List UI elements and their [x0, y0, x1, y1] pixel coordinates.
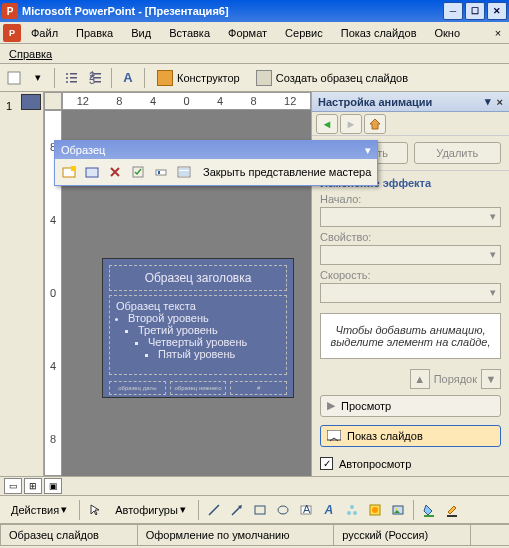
workarea: 1 128404812 84048 Образец заголовка Обра… — [0, 92, 509, 476]
wordart-tool-icon[interactable]: A — [319, 500, 339, 520]
doc-icon[interactable]: P — [3, 24, 21, 42]
pane-menu-icon[interactable]: ▾ — [485, 95, 491, 108]
menu-file[interactable]: Файл — [23, 24, 66, 42]
pane-nav: ◄ ► — [312, 112, 509, 136]
svg-point-5 — [66, 81, 68, 83]
designer-button[interactable]: Конструктор — [150, 67, 247, 89]
fill-color-icon[interactable] — [419, 500, 439, 520]
statusbar: Образец слайдов Оформление по умолчанию … — [0, 524, 509, 546]
toolbar-options-icon[interactable]: ▾ — [365, 144, 371, 157]
preview-button[interactable]: ▶Просмотр — [320, 395, 501, 417]
create-master-button[interactable]: Создать образец слайдов — [249, 67, 415, 89]
svg-rect-2 — [70, 73, 77, 75]
delete-master-icon[interactable] — [105, 162, 125, 182]
rectangle-tool-icon[interactable] — [250, 500, 270, 520]
svg-text:A: A — [303, 503, 311, 515]
line-tool-icon[interactable] — [204, 500, 224, 520]
pane-close-icon[interactable]: × — [497, 96, 503, 108]
footer-placeholder[interactable]: образец нижнего — [170, 381, 227, 395]
pane-title: Настройка анимации ▾ × — [312, 92, 509, 112]
footer-placeholders: образец даты образец нижнего # — [109, 381, 287, 395]
title-placeholder[interactable]: Образец заголовка — [109, 265, 287, 291]
diagram-tool-icon[interactable] — [342, 500, 362, 520]
property-select: ▾ — [320, 245, 501, 265]
menu-tools[interactable]: Сервис — [277, 24, 331, 42]
menu-window[interactable]: Окно — [427, 24, 469, 42]
autoshapes-menu[interactable]: Автофигуры ▾ — [108, 500, 193, 519]
textbox-tool-icon[interactable]: A — [296, 500, 316, 520]
bullets-icon[interactable] — [60, 67, 82, 89]
normal-view-icon[interactable]: ▭ — [4, 478, 22, 494]
animation-hint: Чтобы добавить анимацию, выделите элемен… — [320, 313, 501, 359]
select-tool-icon[interactable] — [85, 500, 105, 520]
preserve-master-icon[interactable] — [128, 162, 148, 182]
menu-format[interactable]: Формат — [220, 24, 275, 42]
slideshow-icon — [327, 430, 341, 442]
master-layout-icon[interactable] — [174, 162, 194, 182]
speed-label: Скорость: — [320, 269, 501, 281]
app-name: Microsoft PowerPoint — [22, 5, 135, 17]
pane-back-icon[interactable]: ◄ — [316, 114, 338, 134]
thumbnail-strip: 1 — [0, 92, 44, 476]
menu-slideshow[interactable]: Показ слайдов — [333, 24, 425, 42]
designer-icon — [157, 70, 173, 86]
new-master-icon[interactable] — [59, 162, 79, 182]
property-label: Свойство: — [320, 231, 501, 243]
autopreview-checkbox[interactable]: ✓ Автопросмотр — [312, 451, 509, 476]
svg-rect-17 — [156, 170, 166, 175]
svg-point-3 — [66, 77, 68, 79]
slideshow-button[interactable]: Показ слайдов — [320, 425, 501, 447]
svg-rect-14 — [71, 166, 76, 171]
close-button[interactable]: ✕ — [487, 2, 507, 20]
sorter-view-icon[interactable]: ⊞ — [24, 478, 42, 494]
menu-view[interactable]: Вид — [123, 24, 159, 42]
svg-rect-0 — [8, 72, 20, 84]
oval-tool-icon[interactable] — [273, 500, 293, 520]
status-view: Образец слайдов — [0, 524, 138, 546]
svg-line-24 — [232, 507, 240, 515]
menu-insert[interactable]: Вставка — [161, 24, 218, 42]
clipart-tool-icon[interactable] — [365, 500, 385, 520]
new-title-master-icon[interactable] — [82, 162, 102, 182]
drawing-toolbar: Действия ▾ Автофигуры ▾ A A — [0, 496, 509, 524]
svg-point-35 — [395, 508, 397, 510]
svg-rect-15 — [86, 168, 98, 177]
menu-help[interactable]: Справка — [3, 45, 58, 63]
blank-button[interactable] — [3, 67, 25, 89]
numbering-icon[interactable]: 123 — [84, 67, 106, 89]
maximize-button[interactable]: ☐ — [465, 2, 485, 20]
close-master-label[interactable]: Закрыть представление мастера — [203, 166, 371, 178]
menubar: P Файл Правка Вид Вставка Формат Сервис … — [0, 22, 509, 44]
font-effect-icon[interactable]: A — [117, 67, 139, 89]
create-master-label: Создать образец слайдов — [276, 72, 408, 84]
date-placeholder[interactable]: образец даты — [109, 381, 166, 395]
window-title: Microsoft PowerPoint - [Презентация6] — [22, 5, 443, 17]
rename-master-icon[interactable] — [151, 162, 171, 182]
minimize-button[interactable]: ─ — [443, 2, 463, 20]
slidenum-placeholder[interactable]: # — [230, 381, 287, 395]
arrow-tool-icon[interactable] — [227, 500, 247, 520]
master-toolbar-title[interactable]: Образец▾ — [55, 141, 377, 159]
picture-tool-icon[interactable] — [388, 500, 408, 520]
svg-rect-18 — [158, 171, 160, 174]
master-slide[interactable]: Образец заголовка Образец текста Второй … — [102, 258, 294, 398]
slideshow-view-icon[interactable]: ▣ — [44, 478, 62, 494]
mdi-close-button[interactable]: × — [490, 25, 506, 41]
thumbnail-1[interactable] — [21, 94, 41, 110]
status-pad — [470, 524, 509, 546]
pane-forward-icon[interactable]: ► — [340, 114, 362, 134]
app-icon: P — [2, 3, 18, 19]
pane-home-icon[interactable] — [364, 114, 386, 134]
svg-rect-6 — [70, 81, 77, 83]
master-view-toolbar[interactable]: Образец▾ Закрыть представление мастера — [54, 140, 378, 186]
svg-rect-12 — [94, 81, 101, 83]
dropdown-icon[interactable]: ▾ — [27, 67, 49, 89]
actions-menu[interactable]: Действия ▾ — [4, 500, 74, 519]
status-language: русский (Россия) — [333, 524, 471, 546]
line-color-icon[interactable] — [442, 500, 462, 520]
svg-text:3: 3 — [89, 74, 95, 85]
menu-edit[interactable]: Правка — [68, 24, 121, 42]
svg-line-23 — [209, 505, 219, 515]
move-down-icon: ▼ — [481, 369, 501, 389]
body-placeholder[interactable]: Образец текста Второй уровень Третий уро… — [109, 295, 287, 375]
